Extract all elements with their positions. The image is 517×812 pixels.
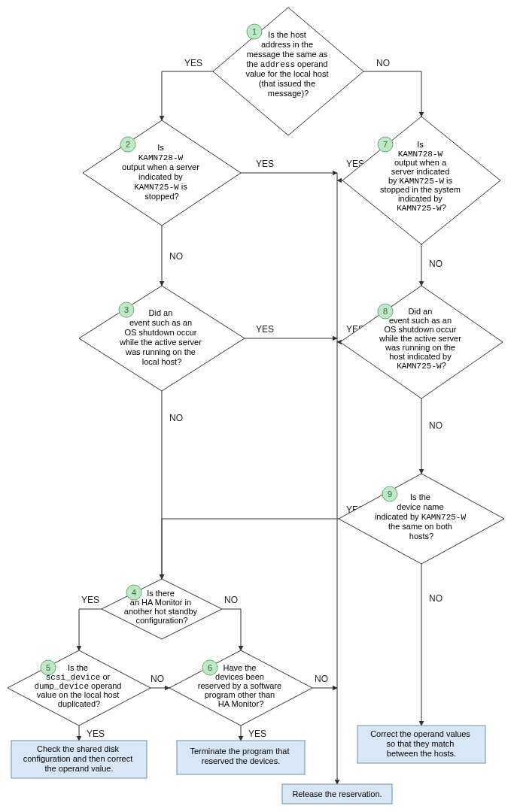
text: ? [442, 203, 446, 212]
text: operand [295, 59, 327, 68]
text: OS shutdown occur [384, 325, 456, 334]
text: output when a server [122, 162, 199, 171]
text: event such as an [129, 318, 192, 327]
text: is [179, 182, 188, 191]
text: ? [442, 361, 446, 370]
text: the [246, 59, 260, 68]
action-release-reservation: Release the reservation. [282, 784, 392, 804]
svg-text:Terminate the program that
   : Terminate the program that reserved the … [190, 747, 291, 765]
text: KAMN725-W [397, 204, 442, 213]
text: was running on the [385, 343, 455, 352]
decision-2: 2 Is KAMN728-W output when a server indi… [83, 120, 241, 226]
edge-label: YES [248, 729, 266, 739]
text: OS shutdown occur [124, 328, 196, 337]
text: event such as an [389, 316, 452, 325]
badge-3: 3 [124, 305, 129, 314]
text: Is [417, 140, 424, 149]
action-correct-operand-values: Correct the operand values so that they … [357, 726, 485, 763]
text: duplicated? [58, 699, 100, 708]
edge-label: YES [87, 729, 105, 739]
text: Is the host [268, 30, 306, 39]
svg-text:Release the reservation.: Release the reservation. [292, 789, 382, 798]
decision-3: 3 Did an event such as an OS shutdown oc… [79, 286, 245, 391]
text: Is [157, 143, 164, 152]
text: configuration and then correct [23, 754, 133, 763]
text: Have the [223, 663, 256, 672]
text: was running on the [125, 347, 196, 356]
text: Correct the operand values [370, 729, 470, 738]
text: indicated by [138, 172, 183, 181]
edge-4-5 [79, 609, 102, 650]
text: address in the [261, 40, 313, 49]
decision-6: 6 Have the devices been reserved by a so… [169, 650, 312, 726]
text: hosts? [409, 532, 433, 541]
text: Check the shared disk [37, 744, 119, 753]
text: by [388, 176, 400, 185]
action-check-shared-disk: Check the shared disk configuration and … [11, 741, 147, 778]
text: so that they match [387, 739, 455, 748]
text: HA Monitor? [218, 699, 264, 708]
text: indicated by [375, 512, 421, 521]
text: stopped in the system [380, 185, 461, 194]
edge-label: NO [315, 674, 328, 684]
badge-1: 1 [252, 27, 257, 36]
text: server indicated [391, 167, 450, 176]
text: (that issued the [259, 79, 315, 88]
text: devices been [215, 672, 264, 681]
edge-label: NO [169, 251, 183, 262]
decision-4: 4 Is there an HA Monitor in another hot … [102, 579, 222, 639]
badge-8: 8 [383, 307, 388, 316]
text: while the active server [379, 334, 461, 343]
text: while the active server [119, 338, 202, 347]
text: KAMN725-W [134, 183, 179, 192]
edge-label: YES [256, 159, 274, 169]
text: an HA Monitor in [130, 598, 191, 607]
edge-label: YES [184, 58, 202, 68]
text: message)? [268, 89, 309, 98]
text: device name [397, 502, 443, 511]
text: Is there [147, 589, 175, 598]
decision-8: 8 Did an event such as an OS shutdown oc… [340, 286, 503, 398]
text: the operand value. [44, 764, 113, 773]
text: the same on both [388, 522, 452, 531]
edge-9-4 [162, 519, 346, 579]
edge-label: NO [151, 674, 164, 684]
text: value on the local host [37, 690, 119, 699]
text: reserved the devices. [202, 756, 281, 765]
text: Did an [149, 308, 173, 317]
text: Is the [410, 492, 430, 501]
badge-4: 4 [132, 588, 136, 597]
badge-5: 5 [46, 663, 50, 672]
text: another hot standby [124, 607, 198, 616]
text: KAMN725-W [421, 513, 467, 522]
edge-1-7 [363, 71, 421, 117]
edge-label: NO [376, 58, 390, 68]
decision-5: 5 Is the scsi_device or dump_device oper… [8, 650, 151, 726]
text: reserved by a software [198, 681, 281, 690]
badge-9: 9 [388, 489, 392, 498]
text: message the same as [247, 50, 328, 59]
edge-label: YES [81, 595, 99, 605]
badge-2: 2 [126, 140, 130, 149]
text: Is the [68, 663, 88, 672]
edge-label: NO [429, 259, 442, 269]
decision-7: 7 Is KAMN728-W output when a server indi… [342, 117, 500, 244]
edge-4-6 [222, 609, 241, 650]
decision-1: 1 Is the host address in the message the… [213, 8, 363, 135]
text: Terminate the program that [190, 747, 289, 756]
text: Release the reservation. [292, 789, 382, 798]
text: indicated by [398, 194, 442, 203]
action-terminate-program: Terminate the program that reserved the … [177, 741, 305, 774]
edge-1-2 [162, 71, 213, 120]
edge-label: NO [429, 420, 442, 431]
edge-label: NO [429, 593, 442, 604]
flowchart: YES NO YES NO YES NO YES NO YES NO YES N… [0, 0, 517, 812]
text: or [100, 672, 110, 681]
text: operand [89, 681, 121, 690]
text: local host? [142, 357, 182, 366]
badge-7: 7 [383, 140, 388, 149]
edge-label: NO [169, 413, 183, 423]
text: between the hosts. [387, 749, 456, 758]
text: output when a [394, 158, 447, 167]
text: host indicated by [389, 352, 452, 361]
